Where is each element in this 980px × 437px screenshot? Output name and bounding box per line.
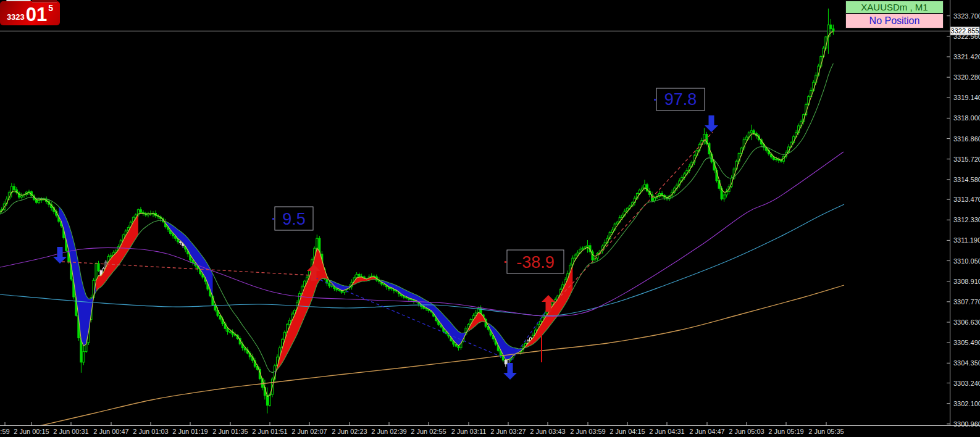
time-tick-label: 2 Jun 02:55 — [411, 428, 446, 435]
time-tick-label: 2 Jun 02:07 — [291, 428, 327, 435]
time-tick-label: 2 Jun 02:39 — [371, 428, 407, 435]
symbol-timeframe-badge: XAUUSDm , M1 — [845, 1, 944, 14]
price-tick-label: 3305.490 — [953, 339, 980, 346]
price-tick-label: 3310.050 — [953, 257, 980, 265]
price-tick-label: 3308.910 — [953, 278, 980, 285]
time-tick-label: 2 Jun 04:31 — [649, 428, 685, 435]
time-tick-label: 2 Jun 05:19 — [768, 428, 804, 435]
price-tick-label: 3323.700 — [953, 12, 980, 20]
time-tick-label: 2 Jun 01:19 — [172, 428, 208, 435]
time-tick-label: 2 Jun 03:27 — [490, 428, 526, 435]
current-price-tag: 3322.855 — [950, 27, 979, 35]
price-tick-label: 3300.960 — [953, 420, 980, 428]
time-tick-label: 2 Jun 05:35 — [808, 428, 844, 435]
svg-text:-38.9: -38.9 — [516, 253, 555, 272]
svg-text:9.5: 9.5 — [282, 210, 306, 228]
position-status-badge: No Position — [845, 14, 944, 28]
price-tick-label: 3303.240 — [953, 380, 980, 387]
bid-price-box[interactable]: 3323 01 5 — [0, 1, 60, 25]
time-tick-label: 2 Jun 01:03 — [133, 428, 169, 435]
time-tick-label: 2 Jun 00:15 — [14, 428, 49, 435]
price-tick-label: 3316.860 — [953, 135, 980, 143]
time-tick-label: 2 Jun 03:11 — [451, 428, 487, 435]
time-tick-label: 2 Jun 00:31 — [53, 428, 89, 435]
price-tick-label: 3315.720 — [953, 156, 980, 163]
price-chart-canvas[interactable]: 9.5-38.997.83323.7003322.5603321.4203320… — [0, 0, 980, 437]
price-tick-label: 3320.280 — [953, 73, 980, 81]
bid-price-minor: 01 — [26, 4, 47, 25]
price-tick-label: 3302.100 — [953, 400, 980, 407]
bid-price-major: 3323 — [7, 12, 25, 22]
time-tick-label: :59 — [0, 428, 9, 435]
price-tick-label: 3319.140 — [953, 94, 980, 101]
price-tick-label: 3311.190 — [953, 236, 980, 244]
price-tick-label: 3307.770 — [953, 298, 980, 306]
price-tick-label: 3313.470 — [953, 196, 980, 203]
bid-price-pip: 5 — [48, 3, 53, 13]
price-tick-label: 3321.420 — [953, 53, 980, 60]
time-tick-label: 2 Jun 02:23 — [332, 428, 367, 435]
price-tick-label: 3314.580 — [953, 176, 980, 183]
time-tick-label: 2 Jun 01:51 — [252, 428, 288, 435]
time-tick-label: 2 Jun 05:03 — [729, 428, 764, 435]
price-tick-label: 3312.330 — [953, 216, 980, 223]
quote-box-tab — [32, 0, 57, 3]
price-tick-label: 3306.630 — [953, 318, 980, 326]
time-tick-label: 2 Jun 03:43 — [530, 428, 566, 435]
time-tick-label: 2 Jun 04:15 — [609, 428, 645, 435]
price-tick-label: 3318.000 — [953, 114, 980, 122]
time-tick-label: 2 Jun 01:35 — [212, 428, 248, 435]
time-tick-label: 2 Jun 04:47 — [689, 428, 725, 435]
time-tick-label: 2 Jun 00:47 — [93, 428, 129, 435]
price-tick-label: 3304.350 — [953, 359, 980, 367]
svg-text:3322.855: 3322.855 — [951, 27, 979, 35]
chart-window: 9.5-38.997.83323.7003322.5603321.4203320… — [0, 0, 980, 437]
time-tick-label: 2 Jun 03:59 — [570, 428, 606, 435]
svg-text:97.8: 97.8 — [664, 90, 697, 109]
